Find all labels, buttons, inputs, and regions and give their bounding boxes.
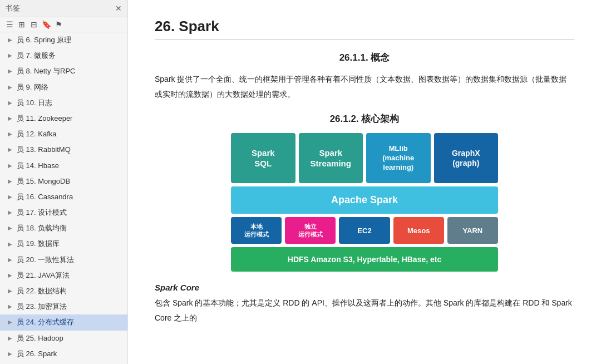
sidebar-item-label: 员 18. 负载均衡	[17, 223, 122, 233]
sidebar-item-23[interactable]: ▶ 员 23. 加密算法	[0, 299, 127, 314]
sidebar-item-label: 员 13. RabbitMQ	[17, 145, 122, 155]
sidebar-item-label: 员 25. Hadoop	[17, 333, 122, 343]
sidebar-nav: ▶ 员 6. Spring 原理 ▶ 员 7. 微服务 ▶ 员 8. Netty…	[0, 32, 127, 364]
arrow-icon: ▶	[8, 162, 12, 170]
tag-icon[interactable]: ⚑	[53, 19, 63, 29]
spark-sql-box: SparkSQL	[231, 133, 295, 183]
arrow-icon: ▶	[8, 350, 12, 358]
sidebar: 书签 ✕ ☰ ⊞ ⊟ 🔖 ⚑ ▶ 员 6. Spring 原理 ▶ 员 7. 微…	[0, 0, 128, 364]
sidebar-item-6[interactable]: ▶ 员 6. Spring 原理	[0, 32, 127, 48]
sidebar-item-label: 员 21. JAVA算法	[17, 270, 122, 281]
arrow-icon: ▶	[8, 83, 12, 91]
section1-text: Spark 提供了一个全面、统一的框架用于管理各种有着不同性质（文本数据、图表数…	[155, 72, 574, 101]
arrow-icon: ▶	[8, 99, 12, 107]
sidebar-item-19[interactable]: ▶ 员 19. 数据库	[0, 236, 127, 252]
main-content: 26. Spark 26.1.1. 概念 Spark 提供了一个全面、统一的框架…	[128, 0, 601, 364]
arrow-icon: ▶	[8, 335, 12, 342]
page-title: 26. Spark	[155, 18, 574, 40]
sidebar-item-26[interactable]: ▶ 员 26. Spark	[0, 346, 127, 362]
arrow-icon: ▶	[8, 303, 12, 311]
arrow-icon: ▶	[8, 209, 12, 217]
arrow-icon: ▶	[8, 67, 12, 75]
spark-core-label: Spark Core	[155, 283, 574, 292]
spark-diagram: SparkSQL SparkStreaming MLlib(machinelea…	[231, 133, 498, 272]
sidebar-item-label: 员 17. 设计模式	[17, 208, 122, 218]
sidebar-item-27[interactable]: ▶ 员 27. Storm	[0, 362, 127, 364]
sidebar-item-label: 员 14. Hbase	[17, 161, 122, 171]
sidebar-toolbar: ☰ ⊞ ⊟ 🔖 ⚑	[0, 17, 127, 32]
section1-title: 26.1.1. 概念	[155, 51, 574, 64]
arrow-icon: ▶	[8, 272, 12, 279]
ec2-box: EC2	[339, 217, 390, 244]
arrow-icon: ▶	[8, 115, 12, 122]
standalone-mode-box: 独立运行模式	[285, 217, 336, 244]
sidebar-item-14[interactable]: ▶ 员 14. Hbase	[0, 158, 127, 174]
sidebar-item-label: 员 20. 一致性算法	[17, 255, 122, 265]
section2-title: 26.1.2. 核心架构	[155, 112, 574, 125]
apache-spark-bar: Apache Spark	[231, 186, 498, 214]
sidebar-title: 书签	[6, 3, 20, 13]
sidebar-item-11[interactable]: ▶ 员 11. Zookeeper	[0, 111, 127, 126]
graphx-box: GraphX(graph)	[434, 133, 499, 183]
sidebar-item-label: 员 15. MongoDB	[17, 176, 122, 186]
sidebar-item-label: 员 12. Kafka	[17, 129, 122, 139]
arrow-icon: ▶	[8, 224, 12, 232]
sidebar-item-8[interactable]: ▶ 员 8. Netty 与RPC	[0, 63, 127, 79]
yarn-box: YARN	[447, 217, 498, 244]
sidebar-item-label: 员 24. 分布式缓存	[17, 317, 122, 327]
sidebar-item-20[interactable]: ▶ 员 20. 一致性算法	[0, 252, 127, 268]
sidebar-item-17[interactable]: ▶ 员 17. 设计模式	[0, 205, 127, 220]
sidebar-item-label: 员 6. Spring 原理	[17, 35, 122, 45]
sidebar-item-13[interactable]: ▶ 员 13. RabbitMQ	[0, 142, 127, 158]
sidebar-item-21[interactable]: ▶ 员 21. JAVA算法	[0, 268, 127, 283]
sidebar-item-10[interactable]: ▶ 员 10. 日志	[0, 95, 127, 111]
sidebar-item-label: 员 26. Spark	[17, 349, 122, 359]
arrow-icon: ▶	[8, 130, 12, 138]
sidebar-item-label: 员 9. 网络	[17, 82, 122, 92]
collapse-icon[interactable]: ⊟	[29, 19, 39, 29]
local-mode-box: 本地运行模式	[231, 217, 282, 244]
arrow-icon: ▶	[8, 52, 12, 60]
arrow-icon: ▶	[8, 178, 12, 185]
toolbar-icons: ☰ ⊞ ⊟ 🔖 ⚑	[4, 19, 63, 29]
sidebar-item-label: 员 8. Netty 与RPC	[17, 66, 122, 76]
sidebar-header: 书签 ✕	[0, 0, 127, 17]
sidebar-item-label: 员 11. Zookeeper	[17, 114, 122, 124]
mesos-box: Mesos	[393, 217, 444, 244]
sidebar-item-label: 员 19. 数据库	[17, 239, 122, 249]
sidebar-item-16[interactable]: ▶ 员 16. Cassandra	[0, 189, 127, 205]
bookmark-icon[interactable]: 🔖	[41, 19, 51, 29]
spark-streaming-box: SparkStreaming	[299, 133, 363, 183]
sidebar-item-9[interactable]: ▶ 员 9. 网络	[0, 80, 127, 95]
mllib-box: MLlib(machinelearning)	[366, 133, 431, 183]
sidebar-item-25[interactable]: ▶ 员 25. Hadoop	[0, 331, 127, 346]
sidebar-item-15[interactable]: ▶ 员 15. MongoDB	[0, 174, 127, 189]
expand-icon[interactable]: ⊞	[17, 19, 27, 29]
diagram-top-row: SparkSQL SparkStreaming MLlib(machinelea…	[231, 133, 498, 183]
sidebar-item-label: 员 22. 数据结构	[17, 286, 122, 296]
arrow-icon: ▶	[8, 36, 12, 44]
sidebar-item-12[interactable]: ▶ 员 12. Kafka	[0, 126, 127, 142]
diagram-bottom-row: 本地运行模式 独立运行模式 EC2 Mesos YARN	[231, 217, 498, 244]
sidebar-item-22[interactable]: ▶ 员 22. 数据结构	[0, 283, 127, 299]
spark-core-text: 包含 Spark 的基本功能；尤其是定义 RDD 的 API、操作以及这两者上的…	[155, 296, 574, 325]
sidebar-item-label: 员 16. Cassandra	[17, 192, 122, 202]
arrow-icon: ▶	[8, 240, 12, 248]
close-icon[interactable]: ✕	[115, 4, 122, 13]
arrow-icon: ▶	[8, 287, 12, 295]
arrow-icon: ▶	[8, 256, 12, 264]
new-bookmark-icon[interactable]: ☰	[4, 19, 14, 29]
sidebar-item-18[interactable]: ▶ 员 18. 负载均衡	[0, 220, 127, 236]
sidebar-item-label: 员 7. 微服务	[17, 51, 122, 61]
arrow-icon: ▶	[8, 193, 12, 201]
sidebar-item-label: 员 23. 加密算法	[17, 302, 122, 312]
hdfs-footer: HDFS Amazon S3, Hypertable, HBase, etc	[231, 247, 498, 272]
sidebar-item-label: 员 10. 日志	[17, 98, 122, 108]
sidebar-item-7[interactable]: ▶ 员 7. 微服务	[0, 48, 127, 63]
arrow-icon: ▶	[8, 146, 12, 154]
arrow-icon: ▶	[8, 318, 12, 326]
sidebar-item-24[interactable]: ▶ 员 24. 分布式缓存	[0, 314, 127, 330]
